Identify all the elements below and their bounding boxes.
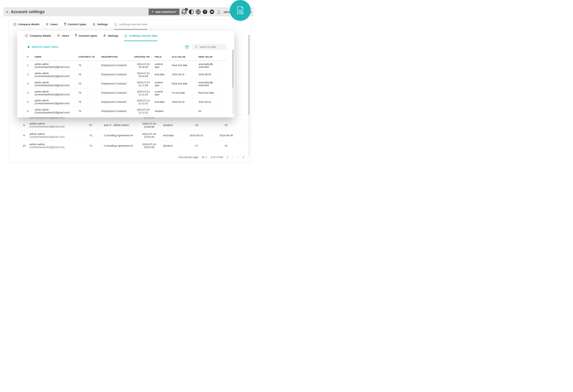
back-icon[interactable]: «: [6, 9, 8, 14]
audit-table-front: # USER CONTRACT ID DESCRIPTION UPDATED O…: [17, 53, 234, 116]
search-icon: [195, 45, 198, 48]
table-row[interactable]: 4 admin admin(contractsavetest1@gmail.co…: [27, 88, 227, 98]
page-range: 1-20 of 626: [211, 156, 223, 159]
svg-text:?: ?: [204, 10, 206, 13]
back-tabs: Company details Users T Contract types S…: [9, 19, 250, 30]
search-input[interactable]: [200, 46, 224, 48]
table-row[interactable]: 10 admin admin(contractsavetest1@gmail.c…: [9, 140, 250, 151]
contrast-icon[interactable]: [189, 9, 194, 15]
tab-contract-types-2[interactable]: T Contract types: [75, 30, 97, 41]
page-title: Account settings: [11, 9, 45, 14]
book-icon[interactable]: [209, 9, 215, 15]
tab-company-2[interactable]: Company details: [25, 30, 51, 41]
svg-rect-16: [125, 35, 127, 37]
add-contract-label: ADD CONTRACT: [155, 10, 176, 13]
plus-icon: +: [152, 10, 154, 14]
delete-audit-button[interactable]: DELETE AUDIT DATA: [27, 45, 58, 48]
trash-icon: [27, 45, 30, 48]
tab-auditing-2[interactable]: Auditing contract data: [124, 30, 157, 41]
col-upd[interactable]: UPDATED ON ↓: [132, 56, 155, 58]
svg-point-14: [59, 35, 59, 35]
col-cid[interactable]: CONTRACT ID: [79, 56, 101, 58]
tab-users[interactable]: Users: [46, 19, 58, 29]
svg-point-8: [48, 23, 48, 24]
table-row[interactable]: 1 admin admin(contractsavetest1@gmail.co…: [27, 61, 227, 70]
first-page-icon[interactable]: |‹: [227, 156, 229, 159]
table-row[interactable]: 5 admin admin(contractsavetest1@gmail.co…: [27, 97, 227, 107]
last-page-icon[interactable]: ›|: [242, 156, 244, 159]
search-box[interactable]: [193, 44, 227, 50]
bell-count-badge: 6: [185, 8, 188, 11]
col-idx[interactable]: #: [27, 56, 35, 58]
help-icon[interactable]: ?: [202, 9, 208, 15]
user-avatar-icon[interactable]: [216, 9, 221, 15]
col-old[interactable]: OLD VALUE: [172, 56, 199, 58]
tab-contract-types[interactable]: T Contract types: [64, 19, 86, 29]
sort-down-icon: ↓: [151, 56, 152, 58]
svg-rect-15: [104, 35, 105, 36]
next-page-icon[interactable]: ›: [237, 156, 239, 159]
svg-point-13: [58, 35, 58, 36]
tab-auditing[interactable]: Auditing contract data: [114, 19, 147, 29]
svg-point-4: [209, 9, 214, 14]
audit-card: Company details Users T Contract types S…: [17, 30, 234, 117]
app-header: « Account settings + ADD CONTRACT 6 ? ad…: [3, 7, 253, 16]
table-row[interactable]: 6 admin admin(contractsavetest1@gmail.co…: [27, 107, 227, 116]
table-row[interactable]: 9 admin admin(contractsavetest1@gmail.co…: [9, 130, 250, 140]
table-row[interactable]: 3 admin admin(contractsavetest1@gmail.co…: [27, 79, 227, 88]
tab-users-2[interactable]: Users: [57, 30, 69, 41]
pagination: Records per page 20 ▼ 1-20 of 626 |‹ ‹ ›…: [174, 153, 249, 161]
rpp-select[interactable]: 20 ▼: [202, 156, 207, 159]
col-field[interactable]: FIELD: [155, 56, 172, 58]
prev-page-icon[interactable]: ‹: [232, 156, 234, 159]
tab-company[interactable]: Company details: [13, 19, 40, 29]
tab-settings-2[interactable]: Settings: [103, 30, 118, 41]
col-new[interactable]: NEW VALUE: [199, 56, 223, 58]
audit-feature-badge-icon: [230, 0, 251, 21]
svg-point-19: [195, 46, 197, 48]
action-row: DELETE AUDIT DATA: [17, 41, 234, 54]
archive-icon[interactable]: [185, 45, 189, 49]
svg-rect-10: [115, 23, 116, 25]
front-scrollbar[interactable]: [232, 50, 233, 114]
rpp-label: Records per page: [178, 156, 198, 159]
svg-point-5: [218, 10, 219, 12]
col-desc[interactable]: DESCRIPTION: [101, 56, 132, 58]
globe-icon[interactable]: [195, 9, 201, 15]
add-contract-button[interactable]: + ADD CONTRACT: [149, 9, 180, 15]
svg-rect-9: [93, 24, 95, 25]
table-row[interactable]: 2 admin admin(contractsavetest1@gmail.co…: [27, 70, 227, 79]
chevron-down-icon: ▼: [205, 156, 207, 158]
tab-settings[interactable]: Settings: [93, 19, 108, 29]
table-header: # USER CONTRACT ID DESCRIPTION UPDATED O…: [27, 53, 227, 61]
svg-point-7: [46, 23, 47, 24]
col-user[interactable]: USER: [35, 56, 79, 58]
table-row[interactable]: 8 admin admin(contractsavetest1@gmail.co…: [9, 120, 250, 130]
audit-table-back: (contractsavetest1@gmail.com) 10:53:59 8…: [9, 115, 250, 151]
bell-icon[interactable]: 6: [181, 9, 187, 15]
front-tabs: Company details Users T Contract types S…: [17, 30, 234, 41]
